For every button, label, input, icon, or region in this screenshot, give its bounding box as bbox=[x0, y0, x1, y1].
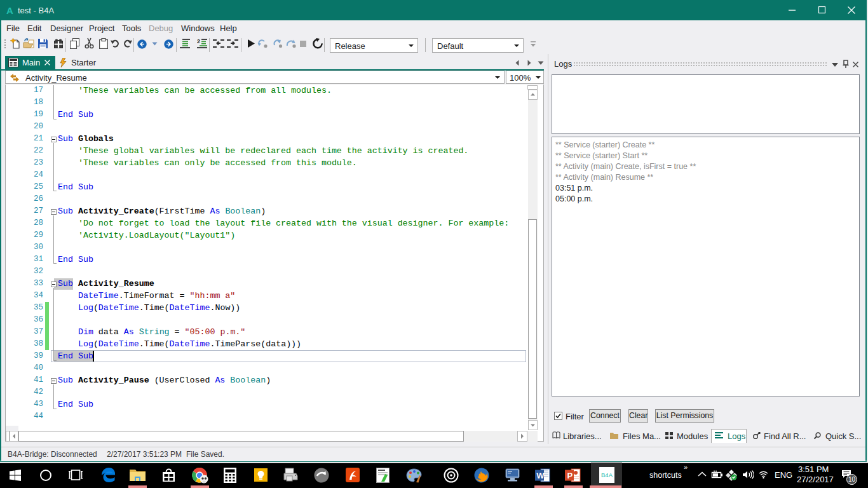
svg-text:P: P bbox=[567, 471, 573, 480]
svg-text:2: 2 bbox=[197, 39, 200, 44]
svg-text:W: W bbox=[536, 471, 545, 480]
